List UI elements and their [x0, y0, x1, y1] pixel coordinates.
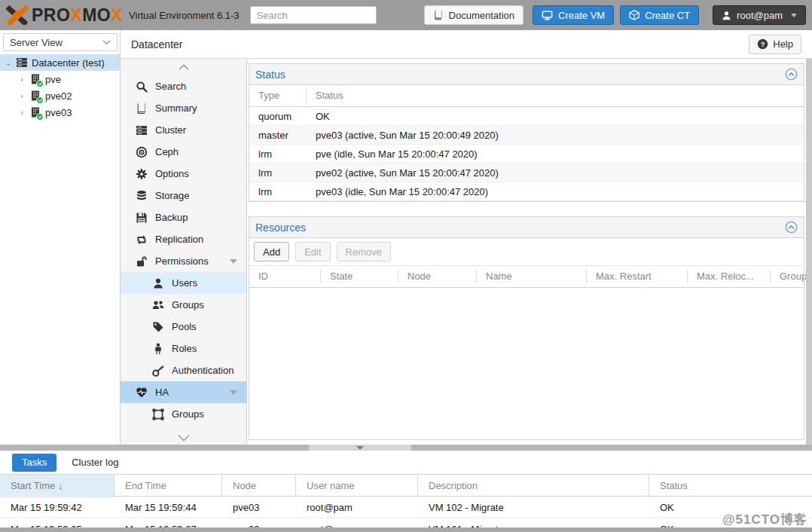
menu-item-label: Users [172, 277, 197, 289]
cell-type: lrm [249, 186, 307, 197]
horizontal-splitter[interactable] [0, 445, 812, 451]
col-header-type[interactable]: Type [249, 89, 307, 102]
menu-item-ceph[interactable]: Ceph [121, 141, 246, 163]
menu-item-ha[interactable]: HA [121, 381, 246, 403]
book-icon [433, 10, 444, 20]
cell-status: pve02 (active, Sun Mar 15 20:00:47 2020) [307, 167, 804, 179]
menu-item-groups[interactable]: Groups [121, 294, 246, 316]
collapse-panel-icon[interactable] [785, 68, 798, 81]
col-header-max-reloc[interactable]: Max. Reloc... [688, 270, 771, 283]
menu-item-replication[interactable]: Replication [121, 228, 246, 250]
col-header-max-restart[interactable]: Max. Restart [587, 270, 688, 283]
vertical-scrollbar[interactable] [806, 59, 812, 445]
menu-scroll-down[interactable] [121, 430, 246, 446]
collapse-arrow-icon[interactable] [230, 390, 237, 395]
view-selector[interactable]: Server View [3, 33, 118, 51]
cell-start-time: Mar 15 19:59:42 [0, 502, 114, 513]
status-row[interactable]: lrm pve03 (idle, Sun Mar 15 20:00:47 202… [249, 182, 804, 201]
resources-panel-title: Resources [255, 222, 306, 234]
status-row[interactable]: master pve03 (active, Sun Mar 15 20:00:4… [249, 126, 804, 145]
menu-item-search[interactable]: Search [121, 75, 246, 97]
remove-button[interactable]: Remove [337, 242, 391, 261]
documentation-button[interactable]: Documentation [424, 5, 524, 25]
col-header-end-time[interactable]: End Time [114, 475, 222, 497]
cell-type: quorum [249, 111, 307, 122]
col-header-description[interactable]: Description [418, 475, 649, 497]
status-panel-header: Status [249, 64, 804, 85]
user-menu-button[interactable]: root@pam [713, 5, 806, 25]
user-icon [152, 277, 164, 289]
menu-item-label: Storage [155, 190, 190, 201]
menu-item-pools[interactable]: Pools [121, 316, 246, 338]
menu-item-storage[interactable]: Storage [121, 185, 246, 206]
tree-item-pve03[interactable]: › pve03 [0, 104, 120, 121]
tree-item-pve[interactable]: › pve [0, 71, 120, 87]
menu-item-label: Ceph [155, 146, 179, 157]
menu-item-users[interactable]: Users [121, 272, 246, 294]
tree-item-pve02[interactable]: › pve02 [0, 87, 120, 104]
caret-collapsed-icon[interactable]: › [18, 108, 26, 117]
horizontal-scrollbar[interactable] [0, 527, 812, 532]
menu-item-label: Roles [172, 343, 197, 354]
heartbeat-icon [136, 387, 148, 399]
tag-icon [152, 321, 164, 333]
database-icon [136, 190, 148, 202]
menu-scroll-up[interactable] [121, 59, 246, 75]
status-ok-badge [36, 113, 44, 121]
caret-collapsed-icon[interactable]: › [18, 91, 26, 100]
col-header-node[interactable]: Node [398, 270, 477, 283]
menu-item-label: Authentication [172, 365, 234, 376]
create-vm-button[interactable]: Create VM [533, 5, 614, 25]
cube-icon [629, 10, 640, 20]
col-header-id[interactable]: ID [249, 270, 321, 283]
col-header-name[interactable]: Name [477, 270, 587, 283]
tree-item-datacenter[interactable]: ⌄ Datacenter (test) [0, 54, 120, 71]
col-header-start-time[interactable]: Start Time ↓ [0, 475, 114, 497]
tab-tasks[interactable]: Tasks [12, 454, 56, 472]
tasks-table-header: Start Time ↓ End Time Node User name Des… [0, 474, 812, 497]
col-header-status[interactable]: Status [649, 475, 812, 497]
menu-item-ha-groups[interactable]: Groups [121, 403, 246, 425]
create-ct-button[interactable]: Create CT [620, 5, 699, 25]
edit-button[interactable]: Edit [295, 242, 330, 261]
menu-item-authentication[interactable]: Authentication [121, 359, 246, 381]
col-header-group[interactable]: Group [771, 270, 807, 283]
tree-item-label: pve03 [45, 107, 72, 118]
page-title: Datacenter [131, 38, 182, 50]
col-header-state[interactable]: State [321, 270, 398, 283]
search-icon [136, 81, 148, 93]
collapse-panel-icon[interactable] [785, 221, 798, 234]
caret-collapsed-icon[interactable]: › [18, 75, 26, 84]
task-row[interactable]: Mar 15 19:59:42 Mar 15 19:59:44 pve03 ro… [0, 497, 812, 518]
tab-cluster-log[interactable]: Cluster log [72, 457, 118, 468]
status-row[interactable]: quorum OK [249, 107, 804, 126]
menu-item-options[interactable]: Options [121, 163, 246, 185]
caret-expanded-icon[interactable]: ⌄ [5, 58, 12, 68]
status-ok-badge [36, 80, 44, 87]
menu-item-label: Cluster [155, 124, 186, 136]
cell-description: VM 102 - Migrate [418, 502, 649, 513]
menu-item-permissions[interactable]: Permissions [121, 250, 246, 272]
col-header-status[interactable]: Status [307, 89, 804, 102]
status-row[interactable]: lrm pve (idle, Sun Mar 15 20:00:47 2020) [249, 145, 804, 164]
menu-item-cluster[interactable]: Cluster [121, 119, 246, 141]
menu-item-roles[interactable]: Roles [121, 338, 246, 359]
splitter-handle[interactable] [309, 445, 411, 451]
menu-item-label: Pools [172, 321, 197, 332]
datacenter-menu: Search Summary Cluster Ceph Options Stor… [121, 59, 247, 445]
cell-status: pve (idle, Sun Mar 15 20:00:47 2020) [307, 148, 804, 160]
menu-item-label: Summary [155, 102, 197, 114]
cell-type: lrm [249, 148, 307, 160]
help-button[interactable]: ? Help [749, 35, 801, 54]
menu-item-summary[interactable]: Summary [121, 97, 246, 119]
status-panel-title: Status [255, 69, 285, 81]
collapse-arrow-icon[interactable] [230, 259, 237, 264]
global-search-input[interactable] [250, 6, 377, 24]
col-header-user-name[interactable]: User name [296, 475, 418, 497]
status-row[interactable]: lrm pve02 (active, Sun Mar 15 20:00:47 2… [249, 164, 804, 182]
chevron-down-icon [102, 39, 111, 45]
floppy-icon [136, 212, 148, 224]
add-button[interactable]: Add [254, 242, 289, 261]
menu-item-backup[interactable]: Backup [121, 206, 246, 228]
col-header-node[interactable]: Node [222, 475, 296, 497]
